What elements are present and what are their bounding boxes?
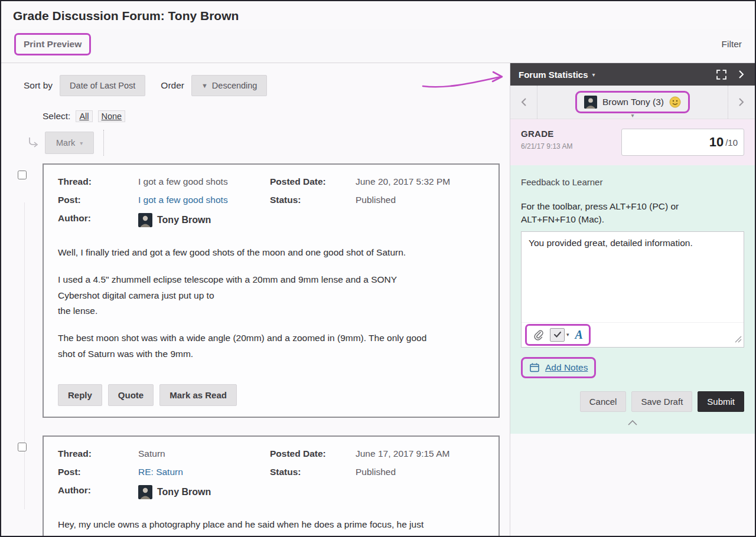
caret-down-icon[interactable]: ▾: [631, 112, 634, 119]
author-label: Author:: [58, 213, 138, 224]
collapse-section-button[interactable]: [521, 420, 744, 425]
feedback-label: Feedback to Learner: [521, 177, 744, 187]
post-card: Thread: Saturn Post: RE: Saturn Author:: [43, 436, 500, 536]
next-student-button[interactable]: [728, 86, 755, 119]
chevron-up-icon: [628, 420, 637, 425]
reply-button[interactable]: Reply: [58, 384, 102, 406]
sort-bar: Sort by Date of Last Post Order ▼ Descen…: [24, 75, 510, 96]
chevron-left-icon: [521, 97, 527, 107]
editor-toolbar-highlight: ▾ A: [525, 324, 591, 346]
post-select-col: [1, 163, 43, 418]
descending-icon: ▼: [201, 82, 208, 89]
select-none-link[interactable]: None: [98, 110, 126, 122]
action-bar: Print Preview Filter: [1, 29, 755, 63]
mark-as-read-button[interactable]: Mark as Read: [159, 384, 237, 406]
thread-value: Saturn: [138, 448, 165, 459]
print-preview-button[interactable]: Print Preview: [14, 33, 91, 55]
caret-down-icon[interactable]: ▾: [592, 71, 595, 78]
submit-button[interactable]: Submit: [698, 391, 744, 412]
select-row: Select: All None: [43, 110, 510, 122]
post-row: Thread: Saturn Post: RE: Saturn Author:: [1, 436, 510, 536]
student-selector[interactable]: Brown Tony (3): [575, 91, 690, 113]
chevron-right-icon: [738, 97, 744, 107]
author-name: Tony Brown: [157, 215, 211, 225]
paperclip-icon: [533, 329, 544, 340]
post-actions: Reply Quote Mark as Read: [58, 384, 484, 406]
mark-button[interactable]: Mark ▾: [45, 132, 94, 154]
author-avatar: [138, 485, 152, 499]
thread-label: Thread:: [58, 448, 138, 459]
cancel-button[interactable]: Cancel: [580, 391, 627, 412]
expand-panel-button[interactable]: [714, 67, 729, 82]
status-label: Status:: [270, 195, 356, 205]
page: Grade Discussion Forum: Tony Brown Print…: [0, 0, 756, 537]
author-value: Tony Brown: [138, 485, 211, 499]
post-select-checkbox[interactable]: [18, 171, 27, 179]
spellcheck-control: ▾: [550, 328, 569, 342]
expand-icon: [716, 70, 726, 80]
page-title: Grade Discussion Forum: Tony Brown: [13, 9, 743, 23]
student-navigation: Brown Tony (3) ▾: [510, 86, 755, 119]
post-label: Post:: [58, 467, 138, 477]
collapse-panel-button[interactable]: [736, 67, 747, 81]
grade-info: GRADE 6/21/17 9:13 AM: [521, 129, 572, 150]
post-link[interactable]: RE: Saturn: [138, 467, 183, 477]
editor-resize-handle[interactable]: [735, 335, 742, 345]
student-avatar: [584, 96, 597, 109]
posts-main: Sort by Date of Last Post Order ▼ Descen…: [1, 63, 510, 536]
page-header: Grade Discussion Forum: Tony Brown: [1, 1, 755, 29]
sort-field-button[interactable]: Date of Last Post: [60, 75, 145, 96]
posted-date-value: June 20, 2017 5:32 PM: [356, 176, 450, 187]
add-notes-link[interactable]: Add Notes: [545, 362, 588, 373]
text-style-button[interactable]: A: [575, 329, 583, 340]
attach-file-button[interactable]: [533, 329, 544, 340]
dotted-divider: [103, 130, 104, 156]
post-meta: Thread: I got a few good shots Post: I g…: [58, 176, 484, 233]
post-card: Thread: I got a few good shots Post: I g…: [43, 163, 500, 418]
spellcheck-dropdown-icon[interactable]: ▾: [566, 332, 569, 338]
smiley-status-icon: [669, 96, 681, 108]
post-select-col: [1, 436, 43, 536]
editor-toolbar-hint: For the toolbar, press ALT+F10 (PC) or A…: [521, 200, 744, 227]
posted-date-label: Posted Date:: [270, 448, 356, 459]
notes-icon: [529, 362, 540, 373]
post-label: Post:: [58, 195, 138, 205]
add-notes-highlight: Add Notes: [521, 357, 596, 378]
feedback-section: Feedback to Learner For the toolbar, pre…: [510, 165, 755, 434]
author-value: Tony Brown: [138, 213, 211, 227]
grade-section: GRADE 6/21/17 9:13 AM /10: [510, 119, 755, 165]
grade-input-box: /10: [621, 129, 744, 156]
quote-button[interactable]: Quote: [108, 384, 154, 406]
grade-input[interactable]: [659, 135, 724, 150]
sort-by-label: Sort by: [24, 80, 53, 91]
post-paragraph: Well, I finally tried and got a few good…: [58, 245, 484, 260]
post-body: Hey, my uncle owns a photography place a…: [58, 517, 484, 532]
feedback-text-area[interactable]: You provided great, detailed information…: [522, 232, 744, 322]
status-label: Status:: [270, 467, 356, 477]
post-select-checkbox[interactable]: [18, 443, 27, 451]
panel-header: Forum Statistics ▾: [510, 63, 755, 86]
content: Sort by Date of Last Post Order ▼ Descen…: [1, 63, 755, 536]
author-name: Tony Brown: [157, 487, 211, 497]
post-paragraph: Hey, my uncle owns a photography place a…: [58, 517, 484, 532]
filter-link[interactable]: Filter: [722, 39, 742, 50]
post-body: Well, I finally tried and got a few good…: [58, 245, 484, 362]
previous-student-button[interactable]: [510, 86, 537, 119]
post-paragraph: I used a 4.5" zhummell eclipse telescope…: [58, 272, 484, 319]
save-draft-button[interactable]: Save Draft: [631, 391, 692, 412]
forum-statistics-panel: Forum Statistics ▾: [510, 63, 755, 536]
select-all-link[interactable]: All: [76, 110, 92, 122]
student-name: Brown Tony (3): [602, 97, 664, 107]
feedback-editor: You provided great, detailed information…: [521, 231, 744, 348]
caret-down-icon: ▾: [80, 140, 83, 146]
spellcheck-button[interactable]: [550, 328, 565, 342]
order-button[interactable]: ▼ Descending: [191, 75, 267, 96]
order-value: Descending: [212, 81, 258, 90]
post-meta: Thread: Saturn Post: RE: Saturn Author:: [58, 448, 484, 505]
thread-label: Thread:: [58, 176, 138, 187]
post-link[interactable]: I got a few good shots: [138, 195, 228, 205]
post-row: Thread: I got a few good shots Post: I g…: [1, 163, 510, 418]
mark-row: Mark ▾: [27, 129, 510, 156]
posted-date-value: June 17, 2017 9:15 AM: [356, 448, 449, 459]
mark-label: Mark: [56, 138, 75, 148]
